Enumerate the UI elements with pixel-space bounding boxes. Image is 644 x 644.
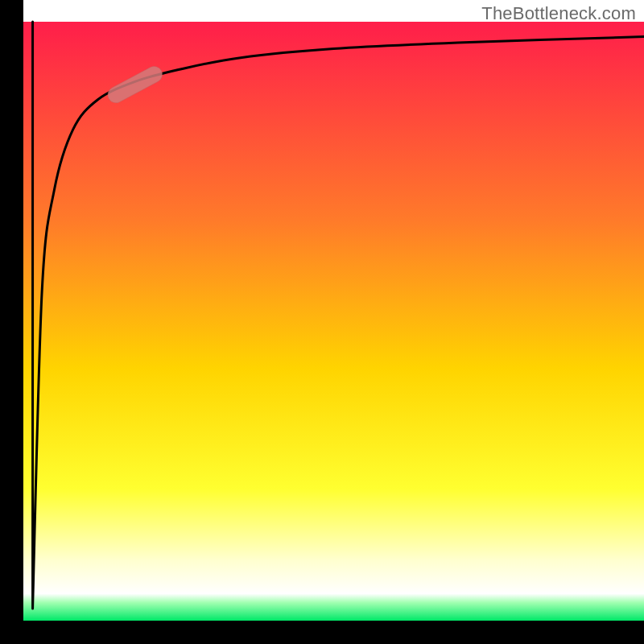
plot-gradient-background [23,22,644,621]
x-axis-bar [0,621,644,644]
chart-svg [0,0,644,644]
y-axis-bar [0,0,23,644]
bottleneck-chart [0,0,644,644]
watermark-text: TheBottleneck.com [481,3,636,24]
